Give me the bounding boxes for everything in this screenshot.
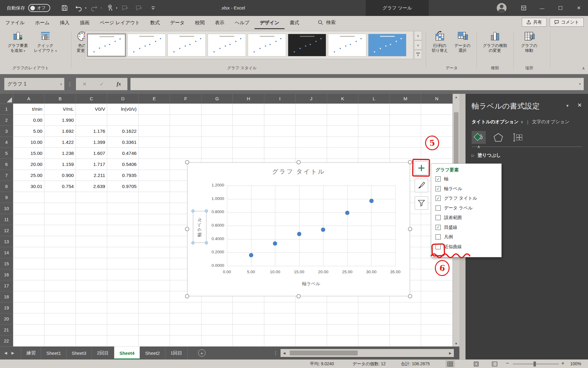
cell-K3[interactable]: [327, 126, 359, 137]
cell-J2[interactable]: [296, 115, 327, 126]
cell-C5[interactable]: 1.607: [76, 148, 107, 159]
comments-button[interactable]: コメント: [550, 18, 584, 27]
checkbox-凡例[interactable]: [435, 234, 441, 240]
cell-M20[interactable]: [390, 313, 421, 324]
row-header-13[interactable]: 13: [0, 236, 13, 247]
cell-I19[interactable]: [264, 302, 296, 313]
cell-D6[interactable]: 0.5406: [107, 159, 139, 170]
cell-G4[interactable]: [202, 137, 233, 148]
cell-E8[interactable]: [139, 181, 170, 192]
cell-E15[interactable]: [139, 258, 170, 269]
row-header-9[interactable]: 9: [0, 192, 13, 203]
cell-D19[interactable]: [107, 302, 139, 313]
chart-handle-s[interactable]: [296, 294, 301, 298]
row-header-2[interactable]: 2: [0, 115, 13, 126]
row-header-15[interactable]: 15: [0, 258, 13, 269]
row-header-17[interactable]: 17: [0, 280, 13, 291]
cell-N18[interactable]: [421, 291, 453, 302]
cell-K19[interactable]: [327, 302, 359, 313]
menu-item-目盛線[interactable]: ✓目盛線: [431, 223, 501, 232]
cell-M3[interactable]: [390, 126, 421, 137]
row-header-18[interactable]: 18: [0, 291, 13, 302]
cell-D22[interactable]: [107, 335, 139, 347]
menu-item-軸ラベル[interactable]: ✓軸ラベル: [431, 184, 501, 194]
column-header-G[interactable]: G: [202, 94, 233, 104]
chart-handle-se[interactable]: [408, 294, 412, 298]
checkbox-誤差範囲[interactable]: [435, 215, 441, 220]
column-header-J[interactable]: J: [296, 94, 327, 104]
cell-C10[interactable]: [76, 203, 107, 214]
cell-I1[interactable]: [264, 104, 296, 115]
cell-D8[interactable]: 0.9705: [107, 181, 139, 192]
column-header-M[interactable]: M: [390, 94, 421, 104]
cell-C2[interactable]: [76, 115, 107, 126]
expand-formula-bar-icon[interactable]: ▾: [579, 82, 581, 86]
fill-and-line-icon[interactable]: [472, 131, 486, 144]
cell-L2[interactable]: [358, 115, 390, 126]
cell-E13[interactable]: [139, 236, 170, 247]
cell-M21[interactable]: [390, 324, 421, 335]
column-header-L[interactable]: L: [358, 94, 390, 104]
cell-L22[interactable]: [358, 335, 390, 347]
cell-K5[interactable]: [327, 148, 359, 159]
cell-D9[interactable]: [107, 192, 139, 203]
chart-handle-ne[interactable]: [408, 160, 412, 164]
row-header-1[interactable]: 1: [0, 104, 13, 115]
new-sheet-button[interactable]: +: [198, 349, 205, 357]
row-header-4[interactable]: 4: [0, 137, 13, 148]
cell-K4[interactable]: [327, 137, 359, 148]
menu-item-凡例[interactable]: 凡例: [431, 232, 501, 242]
menu-item-誤差範囲[interactable]: 誤差範囲: [431, 213, 501, 223]
ribbon-display-options-icon[interactable]: [514, 0, 533, 16]
cell-B5[interactable]: 1.238: [44, 148, 76, 159]
cell-B12[interactable]: [44, 225, 76, 236]
zoom-level[interactable]: 100%: [570, 361, 581, 366]
cell-I21[interactable]: [264, 324, 296, 335]
ribbon-tab-校閲[interactable]: 校閲: [190, 16, 210, 29]
cell-D15[interactable]: [107, 258, 139, 269]
cell-C15[interactable]: [76, 258, 107, 269]
sheet-tab-Sheet4[interactable]: Sheet4: [114, 347, 140, 359]
zoom-slider[interactable]: [513, 364, 559, 364]
change-chart-type-button[interactable]: グラフの種類 の変更: [479, 31, 511, 53]
cell-A20[interactable]: [13, 313, 45, 324]
cell-B15[interactable]: [44, 258, 76, 269]
cell-C19[interactable]: [76, 302, 107, 313]
cell-M4[interactable]: [390, 137, 421, 148]
row-header-19[interactable]: 19: [0, 302, 13, 313]
cell-J20[interactable]: [296, 313, 327, 324]
ribbon-tab-数式[interactable]: 数式: [145, 16, 165, 29]
cell-H5[interactable]: [233, 148, 264, 159]
confirm-entry-icon[interactable]: ✓: [100, 81, 104, 87]
horizontal-scroll-thumb[interactable]: [290, 351, 358, 355]
column-header-D[interactable]: D: [107, 94, 139, 104]
cell-H22[interactable]: [233, 335, 264, 347]
cell-I20[interactable]: [264, 313, 296, 324]
cell-E2[interactable]: [139, 115, 170, 126]
cell-B17[interactable]: [44, 280, 76, 291]
data-point[interactable]: [273, 241, 277, 246]
cell-G20[interactable]: [202, 313, 233, 324]
hscroll-right-icon[interactable]: ▶: [447, 349, 454, 357]
checkbox-データ ラベル[interactable]: [435, 205, 441, 211]
cell-H19[interactable]: [233, 302, 264, 313]
cell-E16[interactable]: [139, 269, 170, 280]
cell-B8[interactable]: 0.754: [44, 181, 76, 192]
fill-section-header[interactable]: ▷ 塗りつぶし: [472, 152, 582, 158]
cell-B19[interactable]: [44, 302, 76, 313]
cell-J5[interactable]: [296, 148, 327, 159]
sheet-tab-Sheet3[interactable]: Sheet3: [66, 347, 92, 359]
row-header-11[interactable]: 11: [0, 214, 13, 225]
scroll-down-icon[interactable]: ▼: [453, 340, 459, 347]
zoom-slider-thumb[interactable]: [533, 362, 536, 366]
autosave-toggle[interactable]: 自動保存 オフ: [7, 4, 50, 12]
cell-E21[interactable]: [139, 324, 170, 335]
cancel-entry-icon[interactable]: ✕: [82, 81, 87, 87]
chart-filters-button[interactable]: [415, 196, 428, 210]
cell-K20[interactable]: [327, 313, 359, 324]
cell-E20[interactable]: [139, 313, 170, 324]
cell-G1[interactable]: [202, 104, 233, 115]
cell-A12[interactable]: [13, 225, 45, 236]
cell-B22[interactable]: [44, 335, 76, 347]
tab-text-options[interactable]: 文字のオプション: [532, 119, 569, 125]
